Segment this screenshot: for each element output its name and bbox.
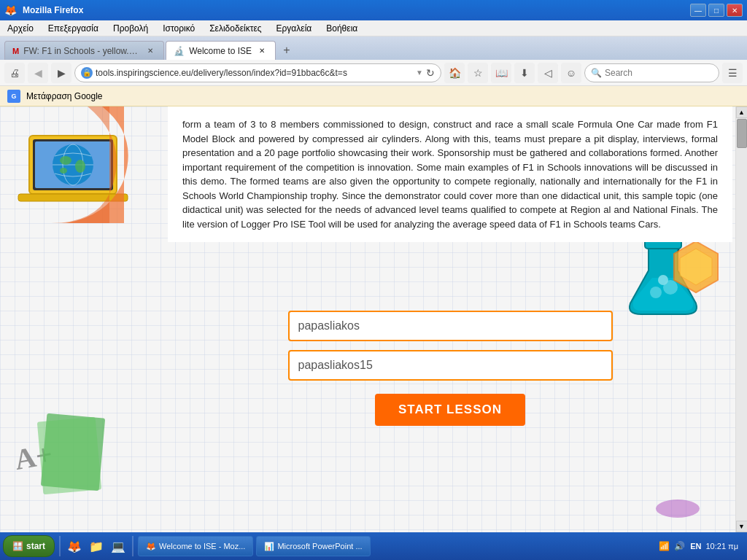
scroll-track (736, 118, 747, 521)
menu-bar: Αρχείο Επεξεργασία Προβολή Ιστορικό Σελι… (0, 20, 747, 36)
url-input[interactable] (96, 68, 413, 78)
taskbar-icon2[interactable]: 📁 (87, 537, 106, 556)
print-button[interactable]: 🖨 (4, 63, 25, 83)
bookmark-star-button[interactable]: ☆ (468, 63, 488, 83)
back-button[interactable]: ◀ (28, 63, 48, 83)
molecule-hex (667, 238, 725, 296)
menu-history[interactable]: Ιστορικό (158, 22, 199, 35)
title-bar: 🦊 Mozilla Firefox — □ ✕ (0, 0, 747, 20)
menu-bookmarks[interactable]: Σελιδοδείκτες (205, 22, 266, 35)
translate-label: Μετάφραση Google (26, 91, 103, 101)
system-tray: 📶 🔊 (657, 540, 686, 553)
start-icon: 🪟 (12, 541, 23, 551)
menu-tools[interactable]: Εργαλεία (272, 22, 317, 35)
search-icon: 🔍 (591, 68, 602, 78)
menu-button[interactable]: ☰ (722, 63, 743, 83)
reader-view-button[interactable]: 📖 (491, 63, 511, 83)
scrollbar[interactable]: ▲ ▼ (735, 106, 747, 532)
taskbar-divider-2 (132, 536, 133, 556)
system-time: 10:21 πμ (705, 542, 738, 551)
google-translate-icon: G (7, 90, 20, 103)
page-background: A+ (0, 106, 747, 532)
taskbar-divider-1 (59, 536, 61, 556)
translate-bar: G Μετάφραση Google (0, 86, 747, 106)
menu-view[interactable]: Προβολή (109, 22, 152, 35)
scroll-down-arrow[interactable]: ▼ (736, 521, 748, 532)
title-bar-left: 🦊 Mozilla Firefox (4, 4, 83, 16)
body-text: form a team of 3 to 8 members commission… (182, 117, 718, 231)
url-favicon: 🔒 (81, 67, 93, 79)
emoji-button[interactable]: ☺ (561, 63, 581, 83)
browser-content: A+ (0, 106, 747, 532)
title-bar-controls: — □ ✕ (690, 4, 743, 17)
taskbar-windows: 🦊 Welcome to ISE - Moz... 📊 Microsoft Po… (138, 536, 649, 556)
search-input[interactable] (605, 68, 714, 78)
gmail-icon: M (12, 47, 19, 55)
username-input[interactable] (288, 311, 613, 341)
tab-bar: M FW: F1 in Schools - yellow.wa... ✕ 🔬 W… (0, 36, 747, 60)
main-text-area: form a team of 3 to 8 members commission… (168, 106, 732, 242)
tab-ise[interactable]: 🔬 Welcome to ISE ✕ (166, 41, 276, 60)
password-input[interactable] (288, 350, 613, 381)
tab-gmail-close[interactable]: ✕ (144, 45, 156, 57)
menu-file[interactable]: Αρχείο (3, 22, 38, 35)
orange-swish (0, 106, 139, 223)
taskbar-window-ise[interactable]: 🦊 Welcome to ISE - Moz... (138, 536, 253, 556)
taskbar-icon3[interactable]: 💻 (109, 537, 128, 556)
audio-button[interactable]: ◁ (538, 63, 558, 83)
taskbar-ppt-icon: 📊 (264, 542, 274, 551)
start-lesson-button[interactable]: Start Lesson (375, 394, 525, 426)
menu-edit[interactable]: Επεξεργασία (44, 22, 103, 35)
url-dropdown-icon[interactable]: ▼ (416, 69, 423, 77)
menu-help[interactable]: Βοήθεια (322, 22, 362, 35)
scroll-up-arrow[interactable]: ▲ (736, 106, 748, 118)
purple-splat (656, 499, 700, 518)
taskbar: 🪟 start 🦊 📁 💻 🦊 Welcome to ISE - Moz... … (0, 532, 747, 560)
download-button[interactable]: ⬇ (514, 63, 535, 83)
search-bar[interactable]: 🔍 (584, 63, 719, 82)
taskbar-window-ppt[interactable]: 📊 Microsoft PowerPoint ... (256, 536, 370, 556)
nav-bar: 🖨 ◀ ▶ 🔒 ▼ ↻ 🏠 ☆ 📖 ⬇ ◁ ☺ 🔍 ☰ (0, 60, 747, 86)
home-button[interactable]: 🏠 (444, 63, 465, 83)
svg-point-17 (650, 287, 662, 298)
maximize-button[interactable]: □ (708, 4, 724, 17)
language-indicator: EN (690, 542, 701, 551)
tab-gmail-label: FW: F1 in Schools - yellow.wa... (23, 46, 140, 56)
tab-ise-favicon: 🔬 (174, 46, 185, 56)
forward-button[interactable]: ▶ (51, 63, 71, 83)
login-form: Start Lesson (168, 311, 732, 426)
refresh-icon[interactable]: ↻ (426, 67, 435, 79)
taskbar-ise-icon: 🦊 (146, 542, 156, 551)
minimize-button[interactable]: — (690, 4, 706, 17)
decorative-left: A+ (0, 106, 175, 532)
title-bar-title: Mozilla Firefox (23, 5, 83, 15)
green-book2 (37, 417, 101, 495)
add-tab-button[interactable]: + (277, 41, 296, 60)
scroll-thumb[interactable] (737, 119, 747, 148)
tab-gmail[interactable]: M FW: F1 in Schools - yellow.wa... ✕ (4, 41, 164, 60)
taskbar-ppt-label: Microsoft PowerPoint ... (277, 542, 362, 551)
audio-sys-icon: 🔊 (673, 540, 686, 553)
tab-ise-close[interactable]: ✕ (256, 45, 268, 57)
taskbar-ise-label: Welcome to ISE - Moz... (159, 542, 245, 551)
taskbar-firefox-icon[interactable]: 🦊 (65, 537, 84, 556)
network-icon: 📶 (657, 540, 670, 553)
start-button[interactable]: 🪟 start (3, 535, 55, 557)
app-icon: 🦊 (4, 4, 17, 16)
url-bar[interactable]: 🔒 ▼ ↻ (74, 63, 441, 82)
taskbar-right: 📶 🔊 EN 10:21 πμ (651, 540, 744, 553)
start-label: start (26, 541, 45, 551)
tab-ise-label: Welcome to ISE (189, 46, 252, 56)
close-button[interactable]: ✕ (727, 4, 743, 17)
